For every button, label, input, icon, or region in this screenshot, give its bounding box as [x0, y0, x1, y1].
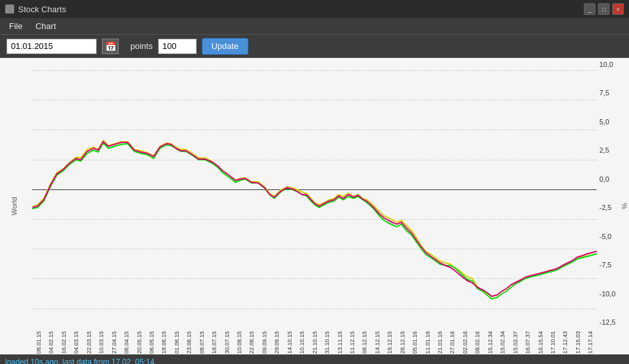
- x-label-29: 28.12.15: [396, 331, 408, 354]
- x-label-20: 14.10.15: [283, 331, 295, 354]
- yellow-line: [32, 140, 597, 296]
- menubar: File Chart: [0, 18, 629, 35]
- x-label-24: 13.11.15: [334, 331, 346, 354]
- titlebar-title: Stock Charts: [18, 5, 66, 14]
- x-label-17: 22.08.15: [245, 331, 257, 354]
- x-label-34: 02.02.16: [459, 331, 471, 354]
- pink-line: [32, 142, 597, 296]
- x-label-0: 08.01.15: [32, 331, 45, 354]
- x-label-2: 16.02.15: [57, 331, 70, 354]
- x-label-27: 14.12.15: [371, 331, 383, 354]
- x-label-8: 20.05.15: [133, 331, 145, 354]
- statusbar-text: loaded 10s ago, last data from 17.02. 05…: [5, 358, 155, 365]
- x-label-10: 18.06.15: [157, 331, 170, 354]
- x-label-32: 21.01.16: [434, 331, 446, 354]
- x-label-16: 10.08.15: [233, 331, 245, 354]
- x-label-5: 10.03.15: [95, 331, 107, 354]
- x-label-44: 17.17.14: [584, 331, 596, 354]
- chart-svg: [32, 58, 597, 329]
- y-axis-right: 10,0 7,5 5,0 2,5 0,0 -2,5 -5,0 -7,5 -10,…: [597, 58, 629, 329]
- y-label-8: -10,0: [599, 290, 615, 298]
- x-label-22: 21.10.15: [308, 331, 321, 354]
- x-label-25: 11.12.15: [346, 331, 358, 354]
- menu-chart[interactable]: Chart: [29, 20, 63, 32]
- chart-area: World % 10,0 7,5 5,0 2,5 0,0 -2,5 -5,0 -…: [0, 58, 629, 354]
- titlebar-left: Stock Charts: [5, 5, 66, 14]
- x-label-23: 31.10.15: [321, 331, 333, 354]
- date-input[interactable]: [6, 39, 97, 54]
- points-input[interactable]: [158, 39, 197, 54]
- x-label-6: 27.04.15: [108, 331, 120, 354]
- x-label-30: 05.01.16: [408, 331, 421, 354]
- x-label-38: 15.02.37: [509, 331, 521, 354]
- x-label-43: 17.15.03: [572, 331, 584, 354]
- y-label-0: 10,0: [599, 61, 613, 68]
- y-label-3: 2,5: [599, 146, 609, 154]
- x-label-42: 17.12.43: [559, 331, 571, 354]
- x-label-31: 11.01.16: [421, 331, 434, 354]
- app-icon: [5, 5, 14, 14]
- calendar-button[interactable]: 📅: [102, 39, 119, 54]
- maximize-button[interactable]: □: [598, 3, 610, 15]
- y-axis-left-title: World: [10, 197, 18, 216]
- x-label-26: 08.12.15: [358, 331, 370, 354]
- x-label-33: 27.01.16: [446, 331, 458, 354]
- x-label-28: 19.12.15: [383, 331, 395, 354]
- x-label-21: 10.10.15: [295, 331, 308, 354]
- x-label-1: 04.02.15: [45, 331, 57, 354]
- x-label-9: 06.05.15: [145, 331, 157, 354]
- x-label-35: 08.02.16: [471, 331, 483, 354]
- x-label-15: 30.07.15: [221, 331, 233, 354]
- x-label-12: 23.06.15: [183, 331, 195, 354]
- x-label-40: 16.15.54: [534, 331, 546, 354]
- window-controls: _ □ ×: [584, 3, 624, 15]
- x-label-14: 18.07.15: [208, 331, 220, 354]
- minimize-button[interactable]: _: [584, 3, 595, 15]
- toolbar: 📅 points Update: [0, 35, 629, 58]
- x-label-39: 16.07.37: [521, 331, 534, 354]
- x-label-3: 04.03.15: [70, 331, 82, 354]
- close-button[interactable]: ×: [612, 3, 624, 15]
- x-label-13: 08.07.15: [195, 331, 208, 354]
- x-axis: 08.01.15 04.02.15 16.02.15 04.03.15 22.0…: [32, 329, 597, 354]
- x-label-37: 15.02.34: [496, 331, 508, 354]
- x-label-19: 29.09.15: [270, 331, 283, 354]
- y-label-2: 5,0: [599, 118, 609, 126]
- y-label-1: 7,5: [599, 89, 609, 97]
- y-label-9: -12,5: [599, 318, 615, 326]
- menu-file[interactable]: File: [3, 20, 29, 32]
- x-label-36: 15.12.34: [484, 331, 496, 354]
- y-label-5: -2,5: [599, 204, 612, 211]
- x-label-4: 22.03.15: [83, 331, 95, 354]
- points-label: points: [130, 41, 153, 51]
- y-label-6: -5,0: [599, 233, 612, 240]
- y-label-4: 0,0: [599, 175, 609, 183]
- x-label-7: 06.04.15: [120, 331, 132, 354]
- x-label-18: 09.09.15: [258, 331, 270, 354]
- green-line: [32, 143, 597, 299]
- chart-plot: [32, 58, 597, 329]
- update-button[interactable]: Update: [202, 38, 248, 55]
- titlebar: Stock Charts _ □ ×: [0, 0, 629, 18]
- y-label-7: -7,5: [599, 261, 612, 269]
- statusbar: loaded 10s ago, last data from 17.02. 05…: [0, 354, 629, 364]
- x-label-41: 17.10.01: [546, 331, 559, 354]
- x-label-11: 01.06.15: [170, 331, 183, 354]
